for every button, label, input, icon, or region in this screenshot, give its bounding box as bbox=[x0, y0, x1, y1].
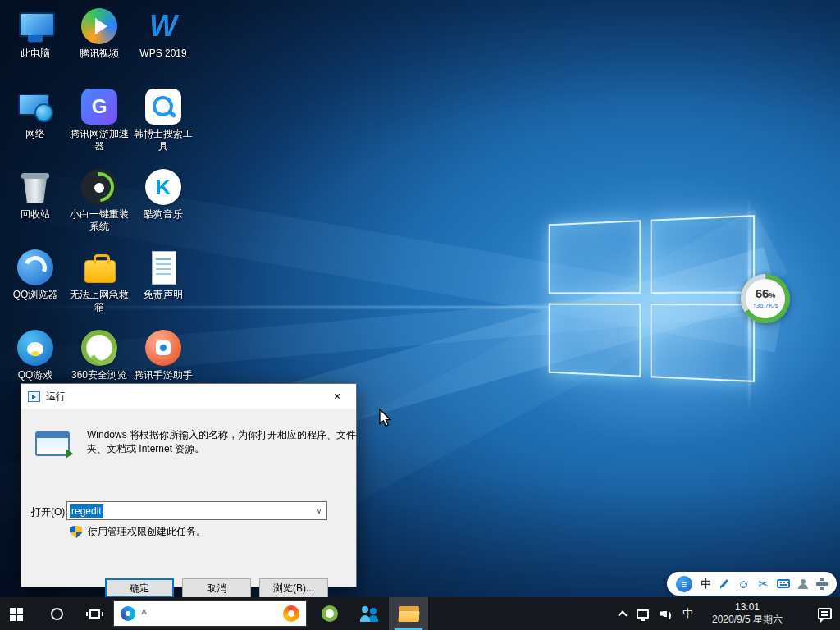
desktop-icon-disclaimer[interactable]: 免责声明 bbox=[131, 244, 195, 325]
desktop-icon-tencent-video[interactable]: 腾讯视频 bbox=[67, 3, 131, 84]
settings-gear-icon[interactable] bbox=[816, 578, 828, 590]
tray-show-hidden-icons[interactable] bbox=[619, 597, 626, 630]
ethernet-icon bbox=[637, 609, 649, 619]
run-app-icon bbox=[35, 431, 70, 456]
desktop-icon-recycle-bin[interactable]: 回收站 bbox=[3, 164, 67, 244]
chevron-up-icon bbox=[618, 610, 627, 619]
tray-volume-button[interactable] bbox=[660, 597, 672, 630]
cortana-button[interactable] bbox=[38, 597, 75, 630]
run-dialog-icon bbox=[28, 391, 40, 402]
qq-games-icon bbox=[17, 330, 53, 366]
cancel-button[interactable]: 取消 bbox=[182, 578, 251, 598]
action-center-button[interactable] bbox=[806, 597, 832, 630]
combobox-dropdown-icon[interactable]: ∨ bbox=[312, 502, 326, 519]
desktop: 此电脑 腾讯视频 WPS 2019 网络 腾讯网游加速器 韩博士搜索工具 回收站 bbox=[0, 0, 840, 630]
task-view-button[interactable] bbox=[75, 597, 113, 630]
run-dialog-body: Windows 将根据你所输入的名称，为你打开相应的程序、文件夹、文档或 Int… bbox=[21, 409, 356, 588]
uac-shield-icon bbox=[70, 526, 82, 539]
run-dialog-title: 运行 bbox=[46, 390, 66, 404]
taskbar: ^ 中 13:01 2020/9/5 星期六 bbox=[0, 597, 840, 630]
ok-button[interactable]: 确定 bbox=[105, 578, 174, 598]
taskbar-clock[interactable]: 13:01 2020/9/5 星期六 bbox=[712, 601, 783, 626]
pen-icon[interactable] bbox=[719, 579, 729, 589]
run-dialog: 运行 × Windows 将根据你所输入的名称，为你打开相应的程序、文件夹、文档… bbox=[21, 383, 357, 587]
start-button[interactable] bbox=[0, 597, 38, 630]
desktop-icon-label: 酷狗音乐 bbox=[144, 208, 183, 221]
clock-date: 2020/9/5 星期六 bbox=[712, 614, 783, 626]
desktop-icon-label: 此电脑 bbox=[21, 48, 50, 60]
tencent-video-icon bbox=[81, 8, 117, 44]
taskbar-app-360-browser[interactable] bbox=[310, 597, 349, 630]
browse-button[interactable]: 浏览(B)... bbox=[259, 578, 328, 598]
action-center-icon bbox=[818, 608, 832, 619]
ime-mode-indicator[interactable]: 中 bbox=[701, 577, 711, 591]
taskbar-search-box[interactable]: ^ bbox=[113, 600, 307, 627]
close-icon: × bbox=[334, 390, 340, 403]
recycle-bin-icon bbox=[17, 169, 53, 205]
desktop-icon-label: 网络 bbox=[25, 128, 45, 140]
xiaobai-reinstall-icon bbox=[81, 169, 117, 205]
desktop-icon-network[interactable]: 网络 bbox=[3, 84, 67, 164]
desktop-icon-game-booster[interactable]: 腾讯网游加速器 bbox=[67, 84, 131, 164]
desktop-icon-this-pc[interactable]: 此电脑 bbox=[3, 3, 67, 84]
run-description: Windows 将根据你所输入的名称，为你打开相应的程序、文件夹、文档或 Int… bbox=[87, 428, 359, 456]
desktop-icon-label: 无法上网急救箱 bbox=[68, 289, 130, 313]
search-caret[interactable]: ^ bbox=[141, 608, 147, 619]
search-hotword-icon[interactable] bbox=[283, 605, 299, 622]
tray-network-button[interactable] bbox=[637, 597, 649, 630]
admin-note-row: 使用管理权限创建此任务。 bbox=[70, 525, 206, 539]
360-browser-taskbar-icon bbox=[322, 605, 338, 622]
desktop-icon-label: WPS 2019 bbox=[139, 48, 186, 60]
soft-keyboard-icon[interactable] bbox=[777, 579, 790, 588]
desktop-icon-label: 腾讯视频 bbox=[80, 48, 119, 60]
game-booster-icon bbox=[81, 89, 117, 125]
memory-percent: 66% bbox=[756, 287, 776, 302]
close-button[interactable]: × bbox=[318, 384, 356, 409]
this-pc-icon bbox=[17, 8, 53, 44]
desktop-icons-grid: 此电脑 腾讯视频 WPS 2019 网络 腾讯网游加速器 韩博士搜索工具 回收站 bbox=[3, 3, 195, 405]
taskbar-app-tencent[interactable] bbox=[349, 597, 389, 630]
desktop-icon-qq-browser[interactable]: QQ浏览器 bbox=[3, 244, 67, 325]
desktop-icon-label: 韩博士搜索工具 bbox=[132, 128, 194, 153]
user-icon[interactable] bbox=[798, 579, 808, 589]
desktop-icon-search-tool[interactable]: 韩博士搜索工具 bbox=[131, 84, 195, 164]
upload-speed: ↑36.7K/s bbox=[752, 302, 778, 310]
desktop-icon-label: 腾讯手游助手 bbox=[134, 369, 193, 381]
first-aid-kit-icon bbox=[81, 249, 117, 285]
open-label: 打开(O): bbox=[31, 505, 68, 519]
network-icon bbox=[17, 89, 53, 125]
system-tray: 中 13:01 2020/9/5 星期六 bbox=[619, 597, 840, 630]
windows-logo-icon bbox=[10, 608, 16, 614]
net-speed-badge[interactable]: 66% ↑36.7K/s bbox=[741, 274, 790, 323]
run-command-combobox[interactable]: regedit ∨ bbox=[66, 501, 327, 520]
wps-icon bbox=[145, 8, 181, 44]
desktop-icon-label: 回收站 bbox=[21, 208, 50, 221]
desktop-icon-xiaobai-reinstall[interactable]: 小白一键重装系统 bbox=[67, 164, 131, 244]
tencent-mobile-assistant-icon bbox=[145, 330, 181, 366]
tray-ime-indicator[interactable]: 中 bbox=[682, 597, 693, 630]
ime-logo-icon[interactable]: ≡ bbox=[676, 576, 692, 592]
desktop-icon-label: QQ游戏 bbox=[18, 369, 53, 381]
desktop-icon-label: 360安全浏览 bbox=[71, 369, 127, 381]
360-browser-icon bbox=[81, 330, 117, 366]
admin-note-text: 使用管理权限创建此任务。 bbox=[88, 525, 206, 539]
run-command-value[interactable]: regedit bbox=[70, 504, 103, 518]
clock-time: 13:01 bbox=[712, 601, 783, 614]
desktop-icon-kugou-music[interactable]: 酷狗音乐 bbox=[131, 164, 195, 244]
emoji-icon[interactable]: ☺ bbox=[737, 578, 750, 590]
task-view-icon bbox=[89, 609, 100, 619]
search-engine-icon[interactable] bbox=[121, 606, 135, 621]
cortana-icon bbox=[51, 608, 63, 620]
qq-browser-icon bbox=[17, 249, 53, 285]
taskbar-app-file-explorer[interactable] bbox=[389, 597, 428, 630]
desktop-icon-wps-2019[interactable]: WPS 2019 bbox=[131, 3, 195, 84]
ime-toolbar: ≡ 中 ☺ ✂ bbox=[667, 572, 837, 596]
document-icon bbox=[145, 249, 181, 285]
run-dialog-titlebar[interactable]: 运行 × bbox=[21, 384, 356, 409]
desktop-icon-label: 腾讯网游加速器 bbox=[68, 128, 130, 153]
screenshot-scissors-icon[interactable]: ✂ bbox=[758, 578, 769, 590]
desktop-icon-label: 小白一键重装系统 bbox=[68, 208, 130, 233]
desktop-icon-label: QQ浏览器 bbox=[13, 289, 58, 301]
speaker-icon bbox=[660, 609, 672, 619]
desktop-icon-network-first-aid[interactable]: 无法上网急救箱 bbox=[67, 244, 131, 325]
